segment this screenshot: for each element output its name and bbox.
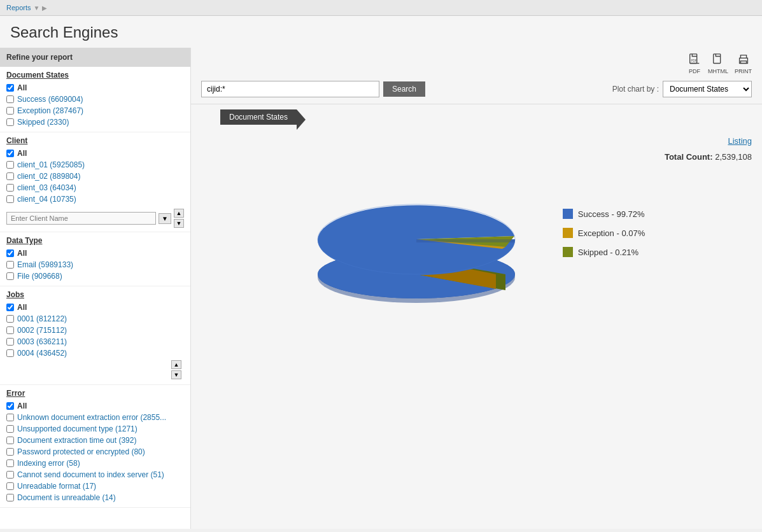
- error-password-checkbox[interactable]: [6, 448, 14, 456]
- job-0001-label[interactable]: 0001 (812122): [17, 314, 67, 323]
- error-timeout-label[interactable]: Document extraction time out (392): [17, 436, 136, 445]
- search-button[interactable]: Search: [383, 81, 425, 97]
- job-0003-checkbox[interactable]: [6, 338, 14, 346]
- job-0004-label[interactable]: 0004 (436452): [17, 349, 67, 358]
- client-01-label[interactable]: client_01 (5925085): [17, 160, 85, 169]
- filter-section-document-states: Document States All Success (6609004) Ex…: [0, 67, 190, 132]
- error-send-label[interactable]: Cannot send document to index server (51…: [17, 470, 164, 479]
- data-type-file-checkbox[interactable]: [6, 272, 14, 280]
- client-03-label[interactable]: client_03 (64034): [17, 183, 76, 192]
- error-doc-unreadable-label[interactable]: Document is unreadable (14): [17, 493, 116, 502]
- client-name-input[interactable]: [6, 212, 156, 225]
- filter-item: Unknown document extraction error (2855.…: [6, 412, 184, 423]
- filter-item: File (909668): [6, 270, 184, 282]
- data-type-all-label[interactable]: All: [17, 249, 27, 258]
- error-indexing-checkbox[interactable]: [6, 459, 14, 467]
- sidebar-scroll[interactable]: Document States All Success (6609004) Ex…: [0, 67, 190, 529]
- error-indexing-label[interactable]: Indexing error (58): [17, 459, 80, 468]
- total-count-value: 2,539,108: [715, 152, 752, 162]
- doc-state-success-label[interactable]: Success (6609004): [17, 95, 83, 104]
- mhtml-export-button[interactable]: MHTML: [708, 53, 728, 74]
- jobs-scroll-up-button[interactable]: ▲: [171, 360, 181, 369]
- legend-color-success: [563, 209, 573, 219]
- error-all-checkbox[interactable]: [6, 402, 14, 410]
- plot-chart-select[interactable]: Document States Client Data Type Jobs: [663, 81, 752, 97]
- error-unknown-checkbox[interactable]: [6, 414, 14, 421]
- print-icon: [737, 53, 751, 67]
- doc-state-all-checkbox[interactable]: [6, 84, 14, 92]
- legend-label-exception: Exception - 0.07%: [578, 228, 646, 238]
- filter-item: Exception (287467): [6, 105, 184, 116]
- error-send-checkbox[interactable]: [6, 471, 14, 479]
- page-title: Search Engines: [0, 16, 762, 48]
- job-0001-checkbox[interactable]: [6, 315, 14, 323]
- error-title[interactable]: Error: [6, 389, 184, 398]
- sidebar-header: Refine your report: [0, 48, 190, 67]
- filter-item: 0002 (715112): [6, 325, 184, 336]
- client-01-checkbox[interactable]: [6, 161, 14, 169]
- client-04-checkbox[interactable]: [6, 195, 14, 203]
- jobs-all-label[interactable]: All: [17, 303, 27, 312]
- main-layout: Refine your report Document States All S…: [0, 48, 762, 529]
- jobs-scroll-row: ▲ ▼: [6, 359, 184, 381]
- client-title[interactable]: Client: [6, 136, 184, 145]
- error-doc-unreadable-checkbox[interactable]: [6, 494, 14, 501]
- client-03-checkbox[interactable]: [6, 184, 14, 192]
- error-unsupported-checkbox[interactable]: [6, 425, 14, 433]
- pdf-export-button[interactable]: PDF PDF: [688, 53, 702, 74]
- error-all-label[interactable]: All: [17, 402, 27, 410]
- client-all-checkbox[interactable]: [6, 150, 14, 157]
- jobs-all-checkbox[interactable]: [6, 304, 14, 311]
- job-0002-checkbox[interactable]: [6, 326, 14, 334]
- data-type-file-label[interactable]: File (909668): [17, 272, 62, 281]
- job-0003-label[interactable]: 0003 (636211): [17, 337, 67, 346]
- total-count: Total Count: 2,539,108: [665, 152, 752, 162]
- listing-link[interactable]: Listing: [728, 136, 752, 146]
- svg-rect-4: [740, 61, 746, 64]
- doc-states-badge: Document States: [220, 109, 297, 125]
- doc-state-all-label[interactable]: All: [17, 83, 27, 92]
- error-unknown-label[interactable]: Unknown document extraction error (2855.…: [17, 413, 166, 422]
- data-type-email-checkbox[interactable]: [6, 261, 14, 269]
- scroll-down-button[interactable]: ▼: [174, 219, 184, 228]
- error-password-label[interactable]: Password protected or encrypted (80): [17, 447, 145, 456]
- error-unreadable-format-checkbox[interactable]: [6, 482, 14, 490]
- client-02-checkbox[interactable]: [6, 172, 14, 180]
- breadcrumb-arrow: ▼: [34, 4, 40, 11]
- search-input[interactable]: [201, 81, 379, 97]
- document-states-title[interactable]: Document States: [6, 71, 184, 80]
- data-type-all-checkbox[interactable]: [6, 249, 14, 257]
- error-unreadable-format-label[interactable]: Unreadable format (17): [17, 482, 96, 491]
- error-timeout-checkbox[interactable]: [6, 437, 14, 444]
- doc-state-exception-label[interactable]: Exception (287467): [17, 106, 83, 115]
- client-02-label[interactable]: client_02 (889804): [17, 172, 80, 181]
- error-unsupported-label[interactable]: Unsupported document type (1271): [17, 424, 138, 433]
- client-all-label[interactable]: All: [17, 149, 27, 158]
- filter-item: Cannot send document to index server (51…: [6, 469, 184, 480]
- jobs-scroll-arrows: ▲ ▼: [171, 360, 181, 379]
- chart-header-row: Document States Listing Total Count: 2,5…: [201, 104, 752, 125]
- client-dropdown-button[interactable]: ▼: [159, 213, 171, 224]
- breadcrumb: Reports ▼ ▶: [0, 0, 762, 16]
- doc-state-success-checkbox[interactable]: [6, 95, 14, 103]
- data-type-title[interactable]: Data Type: [6, 236, 184, 245]
- job-0004-checkbox[interactable]: [6, 349, 14, 357]
- scroll-arrows: ▲ ▼: [174, 209, 184, 228]
- toolbar-left: Search: [201, 81, 425, 97]
- doc-state-skipped-checkbox[interactable]: [6, 118, 14, 126]
- jobs-title[interactable]: Jobs: [6, 290, 184, 299]
- legend-label-skipped: Skipped - 0.21%: [578, 248, 639, 257]
- data-type-email-label[interactable]: Email (5989133): [17, 260, 73, 269]
- filter-item: Document is unreadable (14): [6, 492, 184, 503]
- pdf-icon: PDF: [688, 53, 702, 67]
- job-0002-label[interactable]: 0002 (715112): [17, 326, 67, 335]
- jobs-scroll-down-button[interactable]: ▼: [171, 370, 181, 379]
- doc-state-exception-checkbox[interactable]: [6, 107, 14, 115]
- print-button[interactable]: PRINT: [735, 53, 752, 74]
- scroll-up-button[interactable]: ▲: [174, 209, 184, 218]
- client-04-label[interactable]: client_04 (10735): [17, 195, 76, 204]
- filter-item: Indexing error (58): [6, 458, 184, 469]
- breadcrumb-reports-link[interactable]: Reports: [6, 4, 31, 11]
- doc-state-skipped-label[interactable]: Skipped (2330): [17, 118, 69, 127]
- filter-item: Unsupported document type (1271): [6, 423, 184, 435]
